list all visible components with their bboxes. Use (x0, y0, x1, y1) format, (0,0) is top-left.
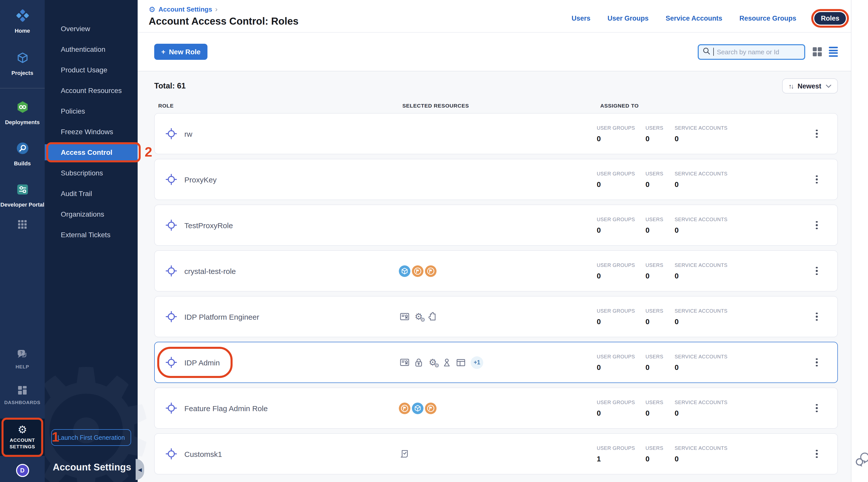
role-target-icon (165, 264, 178, 277)
role-row-idp-platform-engineer[interactable]: IDP Platform Engineer⚙⚙USER GROUPS0USERS… (154, 296, 838, 337)
breadcrumb-link[interactable]: Account Settings (158, 5, 212, 13)
role-row-proxykey[interactable]: ProxyKeyUSER GROUPS0USERS0SERVICE ACCOUN… (154, 159, 838, 200)
chevron-right-icon: › (215, 5, 217, 13)
stat-label: USERS (646, 171, 675, 176)
launch-first-generation-button[interactable]: Launch First Generation (51, 429, 131, 446)
kebab-menu-icon[interactable] (809, 170, 824, 189)
stat-value: 0 (675, 409, 809, 417)
stat-value: 0 (597, 318, 646, 326)
sidebar-item-policies[interactable]: Policies (45, 100, 137, 121)
table-header-row: ROLE SELECTED RESOURCES ASSIGNED TO (154, 102, 838, 109)
sidebar-item-audit-trail[interactable]: Audit Trail (45, 183, 137, 204)
sidebar-item-external-tickets[interactable]: External Tickets (45, 224, 137, 245)
stat-label: SERVICE ACCOUNTS (675, 445, 809, 451)
role-name: rw (184, 129, 192, 138)
kebab-menu-icon[interactable] (809, 215, 824, 235)
tab-roles[interactable]: Roles (814, 12, 846, 25)
rail-item-apps[interactable] (0, 220, 45, 231)
resources-overflow-badge[interactable]: +1 (471, 356, 483, 369)
sidebar-item-freeze-windows[interactable]: Freeze Windows (45, 121, 137, 142)
role-row-rw[interactable]: rwUSER GROUPS0USERS0SERVICE ACCOUNTS0 (154, 113, 838, 154)
list-view-icon[interactable] (829, 47, 838, 57)
sidebar-item-account-resources[interactable]: Account Resources (45, 80, 137, 100)
assigned-to-cell: USER GROUPS0USERS0SERVICE ACCOUNTS0 (597, 354, 809, 371)
kebab-menu-icon[interactable] (809, 261, 824, 281)
total-count: Total: 61 (154, 82, 186, 90)
rail-item-projects[interactable]: Projects (0, 50, 45, 76)
stat-user-groups: USER GROUPS0 (597, 125, 646, 143)
stat-label: SERVICE ACCOUNTS (675, 399, 809, 405)
rail-item-developer-portal[interactable]: Developer Portal (0, 182, 45, 208)
sidebar-item-access-control[interactable]: Access Control2 (45, 144, 137, 160)
stat-label: SERVICE ACCOUNTS (675, 354, 809, 359)
role-target-icon (165, 310, 178, 323)
rail-item-builds[interactable]: Builds (0, 141, 45, 167)
stat-label: SERVICE ACCOUNTS (675, 262, 809, 268)
stat-users: USERS0 (646, 399, 675, 417)
role-row-feature-flag-admin-role[interactable]: Feature Flag Admin RoleUSER GROUPS0USERS… (154, 388, 838, 429)
new-role-button[interactable]: + New Role (154, 44, 208, 60)
stat-value: 0 (597, 409, 646, 417)
search-input[interactable]: Search by name or Id (698, 44, 805, 60)
stat-label: USER GROUPS (597, 171, 646, 176)
sort-arrows-icon: ↑↓ (788, 82, 793, 90)
role-row-crystal-test-role[interactable]: crystal-test-roleUSER GROUPS0USERS0SERVI… (154, 250, 838, 292)
tab-resource-groups[interactable]: Resource Groups (739, 14, 797, 22)
selected-resources-cell: ⚙⚙+1 (399, 356, 597, 369)
roles-list: rwUSER GROUPS0USERS0SERVICE ACCOUNTS0Pro… (154, 113, 838, 475)
rail-item-account-settings[interactable]: ⚙ ACCOUNT SETTINGS 1 (0, 419, 45, 456)
stat-label: USERS (646, 216, 675, 222)
role-row-customsk1[interactable]: Customsk1USER GROUPS1USERS0SERVICE ACCOU… (154, 433, 838, 475)
rail-item-dashboards[interactable]: DASHBOARDS (0, 385, 45, 406)
stat-label: USER GROUPS (597, 308, 646, 313)
search-placeholder: Search by name or Id (717, 48, 779, 56)
gears-icon: ⚙⚙ (429, 358, 437, 367)
certificate-icon (399, 357, 411, 368)
stat-users: USERS0 (646, 125, 675, 143)
tab-user-groups[interactable]: User Groups (608, 14, 649, 22)
sidebar-item-authentication[interactable]: Authentication (45, 39, 137, 59)
kebab-menu-icon[interactable] (809, 352, 824, 372)
sort-dropdown[interactable]: ↑↓ Newest (782, 79, 838, 93)
rail-item-help[interactable]: ? HELP (0, 349, 45, 370)
role-cell: TestProxyRole (165, 219, 399, 232)
sidebar-item-product-usage[interactable]: Product Usage (45, 59, 137, 80)
column-header-selected-resources: SELECTED RESOURCES (402, 102, 600, 109)
kebab-menu-icon[interactable] (809, 444, 824, 464)
rail-item-home[interactable]: Home (0, 8, 45, 34)
stat-service-accounts: SERVICE ACCOUNTS0 (675, 308, 809, 326)
rail-item-deployments[interactable]: Deployments (0, 100, 45, 126)
kebab-menu-icon[interactable] (809, 307, 824, 327)
plus-icon: + (161, 48, 165, 56)
stat-user-groups: USER GROUPS0 (597, 216, 646, 234)
gears-icon: ⚙⚙ (415, 312, 423, 321)
rail-divider (0, 88, 45, 89)
role-cell: Feature Flag Admin Role (165, 401, 399, 415)
role-row-testproxyrole[interactable]: TestProxyRoleUSER GROUPS0USERS0SERVICE A… (154, 205, 838, 246)
sidebar-title: Account Settings (53, 462, 131, 473)
grid-view-icon[interactable] (813, 47, 822, 56)
sidebar-item-overview[interactable]: Overview (45, 18, 137, 39)
stat-users: USERS0 (646, 216, 675, 234)
stat-value: 0 (675, 226, 809, 234)
tab-users[interactable]: Users (571, 14, 590, 22)
sidebar-item-organizations[interactable]: Organizations (45, 204, 137, 224)
scrollbar-gutter[interactable] (851, 0, 868, 482)
assigned-to-cell: USER GROUPS0USERS0SERVICE ACCOUNTS0 (597, 216, 809, 234)
role-cell: rw (165, 127, 399, 140)
rail-label: Projects (11, 70, 33, 76)
user-avatar[interactable]: D (16, 464, 29, 477)
tab-service-accounts[interactable]: Service Accounts (665, 14, 722, 22)
kebab-menu-icon[interactable] (809, 398, 824, 418)
search-icon (703, 47, 710, 57)
role-name: TestProxyRole (184, 221, 233, 230)
role-row-idp-admin[interactable]: IDP Admin⚙⚙+1USER GROUPS0USERS0SERVICE A… (154, 342, 838, 383)
stat-label: SERVICE ACCOUNTS (675, 125, 809, 130)
rail-label: HELP (16, 365, 29, 370)
sidebar-item-subscriptions[interactable]: Subscriptions (45, 162, 137, 183)
builds-icon (15, 141, 30, 158)
support-chat-icon[interactable] (855, 451, 868, 470)
kebab-menu-icon[interactable] (809, 124, 824, 144)
role-name: IDP Admin (184, 358, 220, 367)
roles-list-section: Total: 61 ↑↓ Newest ROLE SELECTED RESOUR… (137, 71, 868, 482)
